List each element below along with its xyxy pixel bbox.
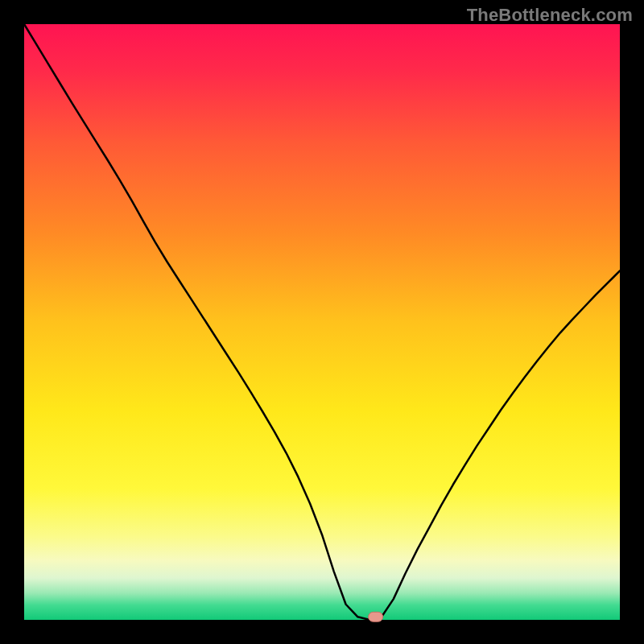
bottleneck-chart [0, 0, 644, 644]
watermark-text: TheBottleneck.com [467, 5, 633, 26]
gradient-background [24, 24, 620, 620]
optimal-point-marker [369, 612, 383, 621]
